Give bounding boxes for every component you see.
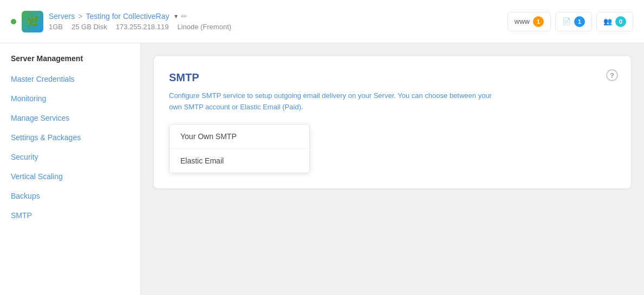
sidebar-item-monitoring[interactable]: Monitoring [0,89,140,108]
users-badge[interactable]: 👥 0 [596,12,633,31]
sidebar-section-title: Server Management [0,54,140,69]
breadcrumb-actions: ▾ ✏ [174,12,187,21]
breadcrumb: Servers > Testing for CollectiveRay ▾ ✏ [49,12,231,21]
header-info: Servers > Testing for CollectiveRay ▾ ✏ … [49,12,231,31]
breadcrumb-servers-link[interactable]: Servers [49,12,75,21]
www-badge[interactable]: www 1 [508,12,551,31]
server-meta: 1GB 25 GB Disk 173.255.218.119 Linode (F… [49,23,231,31]
option-your-own-smtp[interactable]: Your Own SMTP [170,124,309,149]
main-layout: Server Management Master Credentials Mon… [0,43,644,295]
sidebar-item-master-credentials[interactable]: Master Credentials [0,69,140,89]
page-title: SMTP [169,71,616,84]
server-location: Linode (Fremont) [177,23,231,31]
sidebar: Server Management Master Credentials Mon… [0,43,141,295]
sidebar-item-vertical-scaling[interactable]: Vertical Scaling [0,167,140,186]
help-icon[interactable]: ? [606,69,618,81]
description-text-part2: . [301,103,303,111]
users-icon: 👥 [603,17,612,25]
elastic-email-link[interactable]: Elastic Email (Paid) [240,103,301,111]
smtp-card: SMTP Configure SMTP service to setup out… [154,56,631,188]
header-left: 🌿 Servers > Testing for CollectiveRay ▾ … [11,11,508,32]
server-avatar: 🌿 [22,11,43,32]
chevron-down-icon[interactable]: ▾ [174,12,178,20]
smtp-options-dropdown: Your Own SMTP Elastic Email [169,124,310,173]
sidebar-item-manage-services[interactable]: Manage Services [0,108,140,128]
sidebar-item-smtp[interactable]: SMTP [0,206,140,225]
files-icon: 📄 [562,17,571,25]
status-dot [11,19,16,24]
breadcrumb-current: Testing for CollectiveRay [86,12,169,21]
header-right: www 1 📄 1 👥 0 [508,12,633,31]
header: 🌿 Servers > Testing for CollectiveRay ▾ … [0,0,644,43]
description-text-part1: Configure SMTP service to setup outgoing… [169,91,492,111]
www-badge-label: www [515,17,530,25]
card-description: Configure SMTP service to setup outgoing… [169,90,494,113]
server-disk: 25 GB Disk [71,23,107,31]
files-badge[interactable]: 📄 1 [555,12,592,31]
server-ram: 1GB [49,23,63,31]
option-elastic-email[interactable]: Elastic Email [170,149,309,173]
users-badge-count: 0 [615,16,626,27]
files-badge-count: 1 [574,16,585,27]
server-ip: 173.255.218.119 [116,23,169,31]
edit-icon[interactable]: ✏ [181,12,187,21]
content-area: SMTP Configure SMTP service to setup out… [141,43,644,295]
sidebar-item-backups[interactable]: Backups [0,186,140,206]
www-badge-count: 1 [533,16,544,27]
breadcrumb-separator: > [78,12,82,21]
sidebar-item-security[interactable]: Security [0,147,140,167]
sidebar-item-settings-packages[interactable]: Settings & Packages [0,128,140,147]
